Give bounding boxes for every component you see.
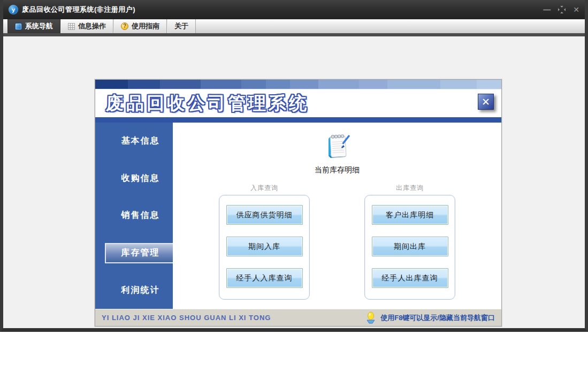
titlebar: y 废品回收公司管理系统(非注册用户) — ✕ [3, 0, 585, 19]
customer-outbound-detail-button[interactable]: 客户出库明细 [372, 205, 448, 225]
tab-user-guide[interactable]: ? 使用指南 [113, 19, 167, 33]
monitor-icon [15, 23, 22, 30]
sidebar-item-basic-info[interactable]: 基本信息 [95, 123, 173, 160]
handler-inbound-query-button[interactable]: 经手人入库查询 [226, 268, 303, 288]
tab-info-operation[interactable]: 信息操作 [60, 19, 113, 33]
tab-label: 关于 [174, 21, 188, 31]
query-groups: 入库查询 供应商供货明细 期间入库 经手人入库查询 出库查询 客户出库明细 [173, 184, 501, 300]
status-pinyin-text: YI LIAO JI XIE XIAO SHOU GUAN LI XI TONG [102, 314, 271, 322]
sidebar-item-label: 库存管理 [121, 247, 160, 259]
tab-label: 信息操作 [78, 21, 106, 31]
sidebar: 基本信息 收购信息 销售信息 库存管理 利润统计 [95, 123, 173, 309]
window-title: 废品回收公司管理系统(非注册用户) [22, 5, 135, 14]
notepad-pen-icon [322, 131, 352, 161]
content-panel: 当前库存明细 入库查询 供应商供货明细 期间入库 经手人入库查询 [173, 123, 501, 309]
outbound-query-group: 出库查询 客户出库明细 期间出库 经手人出库查询 [364, 184, 455, 300]
workspace: 废品回收公司管理系统 ✕ 基本信息 收购信息 销售信息 [3, 36, 585, 328]
inbound-group-box: 供应商供货明细 期间入库 经手人入库查询 [219, 195, 310, 300]
tab-system-navigation[interactable]: 系统导航 [7, 19, 60, 33]
window-controls: — ✕ [543, 6, 579, 13]
sidebar-item-label: 基本信息 [121, 135, 160, 147]
grid-icon [68, 23, 75, 30]
period-inbound-button[interactable]: 期间入库 [226, 237, 303, 256]
header-underline-bar [95, 117, 501, 123]
close-navigation-button[interactable]: ✕ [478, 94, 494, 110]
minimize-button[interactable]: — [543, 6, 551, 13]
close-window-button[interactable]: ✕ [573, 6, 579, 13]
sidebar-item-stock-management[interactable]: 库存管理 [95, 234, 173, 272]
restore-icon [558, 6, 566, 13]
help-coin-icon: ? [121, 22, 128, 30]
navigation-header: 废品回收公司管理系统 ✕ [95, 89, 501, 117]
navigation-title: 废品回收公司管理系统 [106, 92, 309, 116]
navigation-body: 基本信息 收购信息 销售信息 库存管理 利润统计 [95, 123, 501, 309]
inbound-group-label: 入库查询 [219, 184, 310, 193]
inbound-query-group: 入库查询 供应商供货明细 期间入库 经手人入库查询 [219, 184, 310, 300]
app-logo-icon: y [9, 5, 18, 14]
outbound-group-label: 出库查询 [364, 184, 455, 193]
sidebar-item-label: 利润统计 [121, 285, 160, 296]
sidebar-item-purchase-info[interactable]: 收购信息 [95, 160, 173, 198]
sidebar-item-profit-statistics[interactable]: 利润统计 [95, 271, 173, 309]
application-window: y 废品回收公司管理系统(非注册用户) — ✕ 系统导航 [0, 0, 588, 332]
navigation-window: 废品回收公司管理系统 ✕ 基本信息 收购信息 销售信息 [95, 79, 502, 327]
period-outbound-button[interactable]: 期间出库 [372, 237, 448, 256]
outbound-group-box: 客户出库明细 期间出库 经手人出库查询 [364, 195, 455, 300]
gradient-bar [95, 80, 501, 89]
supplier-supply-detail-button[interactable]: 供应商供货明细 [226, 205, 303, 225]
sidebar-item-label: 收购信息 [121, 173, 160, 184]
status-hint: 使用F8键可以显示/隐藏当前导航窗口 [365, 312, 495, 324]
sidebar-item-sales-info[interactable]: 销售信息 [95, 197, 173, 234]
status-hint-text: 使用F8键可以显示/隐藏当前导航窗口 [380, 313, 495, 323]
tab-label: 系统导航 [25, 21, 53, 31]
navigation-statusbar: YI LIAO JI XIE XIAO SHOU GUAN LI XI TONG… [95, 309, 501, 326]
handler-outbound-query-button[interactable]: 经手人出库查询 [372, 268, 448, 288]
tab-label: 使用指南 [132, 21, 159, 31]
current-stock-label: 当前库存明细 [173, 165, 501, 175]
tab-about[interactable]: 关于 [167, 19, 196, 33]
sidebar-item-label: 销售信息 [121, 210, 160, 221]
tab-bar: 系统导航 信息操作 ? 使用指南 关于 [3, 19, 585, 33]
lightbulb-icon [365, 312, 376, 324]
restore-button[interactable] [558, 6, 566, 13]
current-stock-shortcut[interactable]: 当前库存明细 [173, 131, 501, 175]
